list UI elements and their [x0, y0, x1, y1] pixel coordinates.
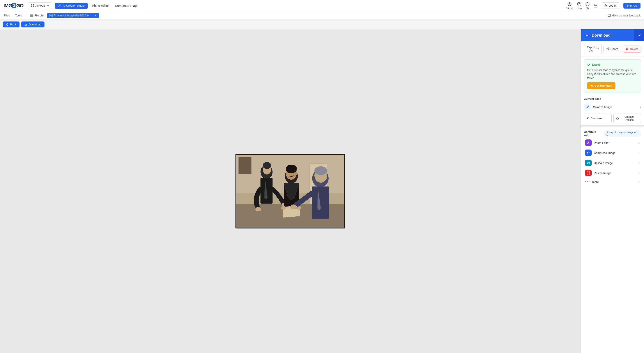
more-item[interactable]: ••• more › — [582, 178, 643, 185]
help-button[interactable]: Help — [577, 2, 582, 10]
done-section: Done Get a subscription to bypass the qu… — [584, 60, 641, 92]
signup-label: Sign Up — [627, 4, 637, 7]
logo-box: 2 — [12, 3, 16, 8]
delete-label: Delete — [630, 47, 638, 51]
preview-image — [236, 154, 345, 228]
eye-icon — [586, 161, 590, 165]
trash-icon — [626, 47, 629, 51]
pricing-button[interactable]: Pricing — [566, 2, 573, 10]
continue-header: Continue with Library of congress image … — [581, 129, 644, 138]
all-tools-label: All tools — [36, 4, 46, 7]
pricing-icon — [567, 2, 572, 6]
photo-editor-nav-link[interactable]: Photo Editor — [90, 3, 110, 8]
export-as-label: Export As — [586, 46, 596, 52]
files-tab[interactable]: Files — [2, 13, 12, 18]
preview-tab[interactable]: Preview Library%20of%20congress%... ✕ — [47, 13, 99, 18]
done-description: Get a subscription to bypass the queue, … — [587, 68, 638, 80]
chevron-down-icon-2 — [637, 33, 641, 37]
svg-rect-3 — [33, 6, 34, 7]
export-chevron-icon — [597, 48, 599, 50]
done-label: Done — [592, 63, 600, 67]
download-small-button[interactable]: Download — [21, 22, 44, 28]
compress-image-continue-icon — [585, 150, 592, 156]
tools-label: Tools — [15, 14, 22, 17]
toolbar: Files Tools File List Preview Library%20… — [0, 12, 644, 20]
all-tools-button[interactable]: All tools — [28, 3, 52, 9]
svg-point-25 — [256, 207, 262, 211]
share-label: Share — [611, 47, 618, 51]
lang-button[interactable]: EN — [585, 2, 590, 10]
download-main-icon — [585, 33, 590, 38]
svg-rect-21 — [238, 157, 252, 174]
svg-line-46 — [608, 49, 608, 50]
timer-icon — [593, 4, 598, 8]
svg-point-50 — [588, 162, 589, 163]
file-list-tab[interactable]: File List — [28, 13, 46, 18]
svg-point-32 — [286, 165, 297, 173]
ai-creator-label: AI Creator Studio — [63, 4, 84, 7]
start-over-button[interactable]: Start over — [584, 114, 612, 123]
list-icon — [30, 14, 33, 17]
logo-text-1: IMG — [4, 3, 12, 9]
grid-icon — [31, 4, 34, 8]
ai-creator-button[interactable]: AI Creator Studio — [55, 3, 88, 9]
share-icon — [606, 47, 610, 51]
download-chevron-button[interactable] — [634, 29, 644, 41]
compress-image-continue-item[interactable]: Compress Image › — [582, 148, 643, 158]
logo[interactable]: IMG 2 GO — [4, 3, 24, 9]
download-main-button[interactable]: Download — [581, 29, 634, 41]
upscale-image-continue-icon — [585, 160, 592, 166]
resize-icon — [586, 171, 590, 175]
pricing-label: Pricing — [566, 7, 573, 10]
back-button[interactable]: Back — [3, 22, 20, 28]
photo-editor-arrow: › — [638, 141, 640, 145]
globe-icon — [585, 2, 590, 6]
delete-button[interactable]: Delete — [623, 46, 641, 52]
feedback-button[interactable]: Give us your feedback — [606, 14, 642, 17]
file-list-label: File List — [34, 14, 44, 17]
export-as-button[interactable]: Export As — [584, 44, 602, 54]
get-premium-button[interactable]: Get Premium — [587, 82, 615, 89]
timer-button[interactable] — [593, 4, 598, 8]
svg-point-28 — [263, 162, 271, 169]
svg-rect-11 — [594, 4, 597, 7]
premium-label: Get Premium — [594, 84, 612, 87]
svg-line-48 — [587, 143, 588, 144]
login-button[interactable]: Log In — [601, 3, 620, 9]
colorize-task-item[interactable]: Colorize Image › — [581, 102, 644, 112]
preview-image-container — [236, 154, 345, 228]
svg-point-40 — [290, 205, 297, 209]
help-label: Help — [577, 7, 582, 10]
preview-icon — [50, 14, 52, 17]
photo-editor-continue-icon — [585, 139, 592, 146]
svg-point-34 — [281, 206, 286, 210]
tools-tab[interactable]: Tools — [13, 13, 24, 18]
files-label: Files — [4, 14, 10, 17]
svg-point-47 — [617, 118, 618, 119]
compress-image-nav-link[interactable]: Compress Image — [113, 3, 140, 8]
upscale-image-continue-item[interactable]: Upscale Image › — [582, 158, 643, 168]
preview-area — [0, 29, 580, 353]
header: IMG 2 GO All tools AI Creator Studio Pho… — [0, 0, 644, 12]
resize-image-continue-item[interactable]: Resize Image › — [582, 168, 643, 178]
chevron-down-icon — [47, 5, 49, 7]
change-options-label: Change Options — [620, 115, 638, 122]
upscale-arrow: › — [638, 161, 640, 165]
toolbar-separator — [26, 13, 26, 18]
signup-button[interactable]: Sign Up — [624, 3, 640, 9]
change-options-button[interactable]: Change Options — [613, 114, 641, 123]
star-icon — [590, 84, 593, 87]
share-button[interactable]: Share — [604, 46, 621, 52]
start-over-label: Start over — [591, 117, 602, 120]
photo-editor-continue-item[interactable]: Photo Editor › — [582, 138, 643, 148]
help-icon — [577, 2, 581, 6]
feedback-label: Give us your feedback — [612, 14, 640, 17]
right-sidebar: Download Export As — [580, 29, 644, 353]
svg-line-4 — [58, 6, 60, 7]
preview-tab-close[interactable]: ✕ — [94, 14, 96, 17]
back-label: Back — [10, 23, 16, 26]
pencil-icon — [586, 105, 589, 109]
download-small-label: Download — [29, 23, 42, 26]
current-task-title: Current Task — [581, 95, 644, 102]
main-layout: Download Export As — [0, 29, 644, 353]
